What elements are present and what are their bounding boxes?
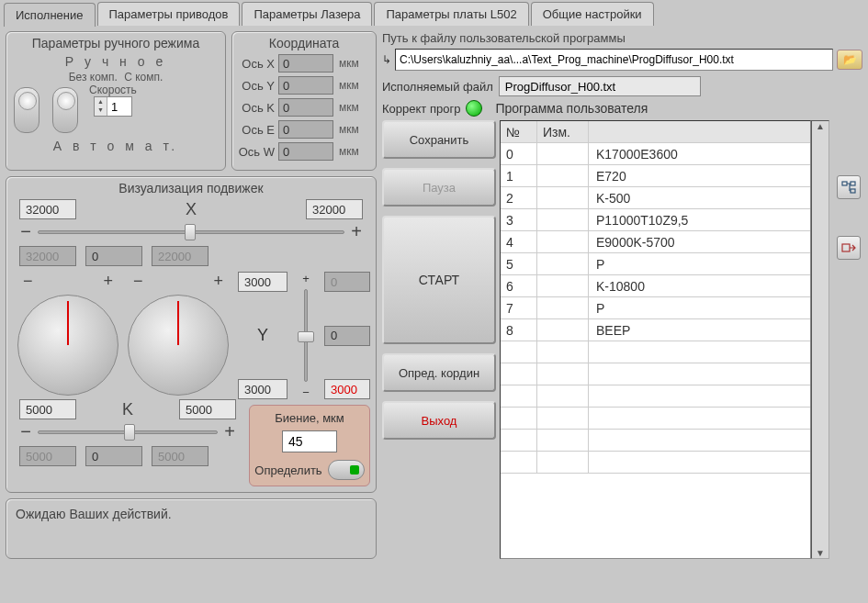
- k-bot-right: 5000: [152, 446, 209, 466]
- col-header-cmd: [589, 121, 810, 142]
- table-row[interactable]: 4E9000K-5700: [501, 231, 810, 253]
- determine-button[interactable]: [328, 460, 365, 480]
- pause-button[interactable]: Пауза: [382, 168, 496, 207]
- determine-label: Определить: [254, 463, 321, 477]
- toggle-comp[interactable]: [14, 87, 39, 133]
- coordinate-panel: Координата Ось X мкмОсь Y мкмОсь K мкмОс…: [231, 31, 377, 171]
- plus-icon: +: [223, 421, 236, 442]
- scroll-up-icon[interactable]: ▲: [816, 121, 825, 131]
- table-row[interactable]: [501, 363, 810, 385]
- svg-rect-0: [842, 182, 847, 185]
- svg-rect-2: [851, 189, 855, 193]
- manual-params-title: Параметры ручного режима: [12, 36, 220, 50]
- path-prefix-icon: ↳: [382, 53, 391, 66]
- tab-execution[interactable]: Исполнение: [4, 3, 96, 27]
- y-bot-red: 3000: [324, 379, 370, 399]
- coord-axis-label: Ось Y: [238, 79, 278, 93]
- table-row[interactable]: 8BEEP: [501, 319, 810, 341]
- k-slider[interactable]: [38, 422, 218, 442]
- table-row[interactable]: 6K-10800: [501, 275, 810, 297]
- speed-spinner[interactable]: ▲▼: [94, 96, 132, 117]
- table-row[interactable]: [501, 430, 810, 452]
- tab-general-settings[interactable]: Общие настройки: [531, 2, 654, 26]
- y-slider[interactable]: [297, 289, 315, 382]
- coord-unit: мкм: [339, 101, 359, 114]
- viz-panel: Визуализация подвижек 32000 X 32000 − + …: [6, 176, 377, 493]
- x-axis-label: X: [85, 200, 297, 219]
- k-axis-label: K: [85, 400, 170, 419]
- col-header-izm: Изм.: [537, 121, 589, 142]
- coord-axis-label: Ось K: [238, 101, 278, 115]
- coord-axis-value[interactable]: [278, 54, 333, 73]
- y-top: 3000: [238, 272, 287, 292]
- toggle-mode[interactable]: [52, 87, 78, 133]
- save-button[interactable]: Сохранить: [382, 120, 496, 159]
- coord-axis-value[interactable]: [278, 120, 333, 139]
- side-button-export[interactable]: [837, 236, 861, 260]
- x-slider[interactable]: [38, 222, 344, 242]
- x-bot-right: 22000: [152, 246, 209, 266]
- k-bot-center: 0: [85, 446, 142, 466]
- coord-unit: мкм: [339, 123, 359, 136]
- col-header-idx: №: [501, 121, 537, 142]
- dial-right[interactable]: [128, 295, 229, 396]
- scroll-down-icon[interactable]: ▼: [816, 548, 825, 558]
- plus-icon: +: [213, 272, 223, 291]
- exec-label: Исполняемый файл: [382, 80, 493, 94]
- coordinate-title: Координата: [238, 36, 370, 50]
- gauge-right: −+: [128, 272, 229, 399]
- table-scrollbar[interactable]: ▲ ▼: [811, 120, 829, 559]
- runout-input[interactable]: [282, 430, 337, 452]
- table-row[interactable]: [501, 452, 810, 474]
- coord-axis-label: Ось X: [238, 57, 278, 71]
- side-button-tree[interactable]: [837, 175, 861, 199]
- plus-icon: +: [350, 221, 363, 242]
- table-row[interactable]: 2K-500: [501, 187, 810, 209]
- status-text: Ожидаю Ваших действий.: [16, 507, 172, 521]
- coord-axis-value[interactable]: [278, 142, 333, 161]
- coord-unit: мкм: [339, 79, 359, 92]
- manual-params-panel: Параметры ручного режима Р у ч н о е Без…: [6, 31, 226, 171]
- coord-axis-label: Ось E: [238, 123, 278, 137]
- table-row[interactable]: 3P11000T10Z9,5: [501, 209, 810, 231]
- y-axis-label: Y: [257, 326, 268, 345]
- y-bot: 3000: [238, 379, 287, 399]
- tab-drive-params[interactable]: Параметры приводов: [97, 2, 241, 26]
- y-mid-disabled: 0: [324, 326, 370, 346]
- with-comp-label: С комп.: [124, 71, 163, 84]
- table-row[interactable]: [501, 341, 810, 363]
- speed-label: Скорость: [89, 84, 137, 96]
- exit-button[interactable]: Выход: [382, 401, 496, 440]
- svg-rect-3: [842, 244, 850, 251]
- browse-button[interactable]: 📂: [837, 50, 862, 70]
- coord-axis-value[interactable]: [278, 76, 333, 95]
- runout-panel: Биение, мкм Определить: [249, 405, 370, 486]
- coord-unit: мкм: [339, 145, 359, 158]
- table-row[interactable]: 5P: [501, 253, 810, 275]
- tab-l502-params[interactable]: Параметры платы L502: [374, 2, 528, 26]
- mode-auto-label: А в т о м а т.: [12, 139, 220, 153]
- mode-manual-label: Р у ч н о е: [12, 54, 220, 69]
- detect-coords-button[interactable]: Опред. кордин: [382, 353, 496, 392]
- tab-bar: Исполнение Параметры приводов Параметры …: [0, 0, 868, 26]
- dial-left[interactable]: [17, 295, 118, 396]
- plus-icon: +: [302, 272, 310, 285]
- path-input[interactable]: [395, 49, 833, 71]
- table-row[interactable]: 0K17000E3600: [501, 143, 810, 165]
- x-bot-left: 32000: [19, 246, 76, 266]
- table-row[interactable]: 7P: [501, 297, 810, 319]
- table-row[interactable]: 1E720: [501, 165, 810, 187]
- path-label: Путь к файлу пользовательской программы: [382, 31, 862, 45]
- program-table[interactable]: № Изм. 0K17000E36001E7202K-5003P11000T10…: [500, 120, 811, 559]
- start-button[interactable]: СТАРТ: [382, 216, 496, 344]
- coord-axis-value[interactable]: [278, 98, 333, 117]
- minus-icon: −: [19, 421, 32, 442]
- correct-led-icon: [466, 100, 482, 117]
- viz-title: Визуализация подвижек: [12, 181, 370, 195]
- k-top-left: 5000: [19, 399, 76, 419]
- table-row[interactable]: [501, 408, 810, 430]
- speed-input[interactable]: [107, 99, 131, 115]
- k-bot-left: 5000: [19, 446, 76, 466]
- tab-laser-params[interactable]: Параметры Лазера: [242, 2, 372, 26]
- table-row[interactable]: [501, 385, 810, 408]
